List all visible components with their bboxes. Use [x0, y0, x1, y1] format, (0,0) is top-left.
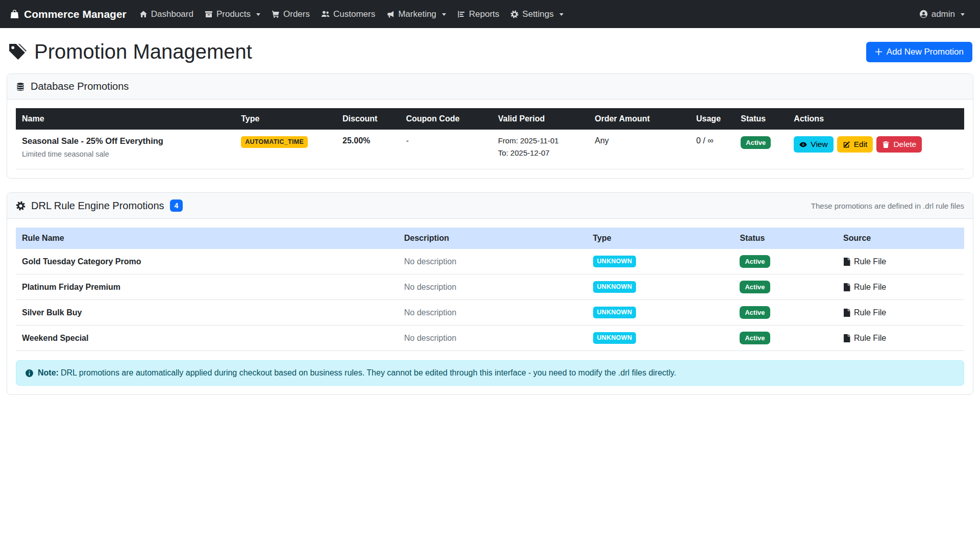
column-header: Coupon Code: [400, 108, 492, 130]
source-label: Rule File: [854, 283, 886, 292]
pencil-square-icon: [843, 141, 850, 148]
add-new-promotion-button[interactable]: Add New Promotion: [866, 42, 972, 62]
promotion-name: Seasonal Sale - 25% Off Everything: [22, 136, 229, 146]
database-promotions-table: Name Type Discount Coupon Code Valid Per…: [16, 108, 964, 169]
column-header: Actions: [788, 108, 964, 130]
delete-button[interactable]: Delete: [876, 136, 922, 153]
valid-to: To: 2025-12-07: [498, 148, 583, 157]
type-badge: UNKNOWN: [593, 307, 636, 318]
column-header: Discount: [336, 108, 400, 130]
column-header: Type: [587, 228, 734, 249]
user-menu[interactable]: admin: [914, 5, 970, 23]
rule-description: No description: [404, 334, 456, 342]
drl-promotions-header: DRL Rule Engine Promotions 4 These promo…: [7, 193, 973, 219]
column-header: Usage: [690, 108, 734, 130]
note-text: DRL promotions are automatically applied…: [61, 368, 676, 377]
shopping-bag-icon: [10, 9, 19, 19]
eye-icon: [799, 141, 807, 148]
home-icon: [139, 10, 148, 18]
column-header: Description: [398, 228, 587, 249]
promotion-description: Limited time seasonal sale: [22, 150, 229, 158]
drl-promotions-card: DRL Rule Engine Promotions 4 These promo…: [7, 192, 973, 395]
view-button[interactable]: View: [794, 136, 833, 153]
file-icon: [843, 309, 850, 317]
table-header-row: Name Type Discount Coupon Code Valid Per…: [16, 108, 964, 130]
note-label: Note:: [38, 368, 59, 377]
order-amount-value: Any: [595, 136, 609, 145]
table-header-row: Rule Name Description Type Status Source: [16, 228, 964, 249]
table-row: Platinum Friday Premium No description U…: [16, 274, 964, 300]
table-row: Seasonal Sale - 25% Off Everything Limit…: [16, 130, 964, 169]
person-circle-icon: [919, 10, 928, 18]
source-label: Rule File: [854, 257, 886, 266]
column-header: Valid Period: [492, 108, 589, 130]
rule-name: Platinum Friday Premium: [22, 283, 120, 291]
brand[interactable]: Commerce Manager: [10, 8, 127, 20]
plus-icon: [875, 48, 883, 56]
drl-note-alert: Note:DRL promotions are automatically ap…: [16, 360, 964, 386]
nav-item-products[interactable]: Products: [199, 5, 266, 23]
column-header: Rule Name: [16, 228, 398, 249]
info-circle-icon: [25, 369, 34, 378]
rule-name: Weekend Special: [22, 334, 88, 342]
status-badge: Active: [741, 136, 771, 149]
source-label: Rule File: [854, 334, 886, 343]
chevron-down-icon: [256, 13, 260, 16]
megaphone-icon: [386, 10, 395, 18]
nav-item-settings[interactable]: Settings: [505, 5, 569, 23]
source-label: Rule File: [854, 308, 886, 317]
drl-promotions-table: Rule Name Description Type Status Source…: [16, 228, 964, 351]
coupon-code-value: -: [406, 136, 408, 145]
edit-button[interactable]: Edit: [837, 136, 873, 153]
column-header: Order Amount: [589, 108, 690, 130]
column-header: Type: [235, 108, 336, 130]
tags-icon: [8, 42, 27, 61]
chevron-down-icon: [442, 13, 446, 16]
brand-label: Commerce Manager: [24, 8, 127, 20]
status-badge: Active: [740, 281, 770, 293]
table-row: Weekend Special No description UNKNOWN A…: [16, 325, 964, 351]
nav-item-reports[interactable]: Reports: [452, 5, 505, 23]
users-icon: [321, 10, 330, 18]
rule-name: Silver Bulk Buy: [22, 308, 82, 317]
type-badge: UNKNOWN: [593, 281, 636, 293]
page-title: Promotion Management: [8, 40, 252, 63]
column-header: Status: [733, 228, 837, 249]
nav-item-orders[interactable]: Orders: [266, 5, 315, 23]
nav-item-dashboard[interactable]: Dashboard: [134, 5, 199, 23]
nav-item-marketing[interactable]: Marketing: [381, 5, 452, 23]
type-badge: UNKNOWN: [593, 332, 636, 344]
status-badge: Active: [740, 332, 770, 344]
type-badge: UNKNOWN: [593, 256, 636, 267]
file-icon: [843, 334, 850, 342]
box-icon: [205, 10, 213, 18]
file-icon: [843, 283, 850, 291]
table-row: Gold Tuesday Category Promo No descripti…: [16, 249, 964, 274]
nav-item-customers[interactable]: Customers: [315, 5, 381, 23]
discount-value: 25.00%: [342, 136, 370, 145]
column-header: Name: [16, 108, 235, 130]
rule-description: No description: [404, 283, 456, 291]
file-icon: [843, 258, 850, 266]
cart-icon: [272, 10, 280, 18]
rule-description: No description: [404, 257, 456, 266]
chevron-down-icon: [961, 13, 965, 16]
status-badge: Active: [740, 306, 770, 319]
type-badge: AUTOMATIC_TIME: [241, 136, 308, 148]
rule-name: Gold Tuesday Category Promo: [22, 257, 141, 266]
gear-icon: [16, 201, 26, 211]
rule-description: No description: [404, 308, 456, 317]
count-badge: 4: [170, 199, 183, 212]
column-header: Status: [734, 108, 788, 130]
table-row: Silver Bulk Buy No description UNKNOWN A…: [16, 300, 964, 325]
database-promotions-header: Database Promotions: [7, 74, 973, 99]
bar-chart-icon: [457, 10, 465, 18]
database-icon: [16, 82, 25, 91]
main-content: Promotion Management Add New Promotion D…: [0, 40, 980, 395]
top-navbar: Commerce Manager Dashboard Products Orde…: [0, 0, 980, 28]
database-promotions-card: Database Promotions Name Type Discount C…: [7, 73, 973, 179]
drl-hint-text: These promotions are defined in .drl rul…: [811, 202, 964, 210]
valid-from: From: 2025-11-01: [498, 136, 583, 145]
gear-icon: [510, 10, 519, 18]
usage-value: 0 / ∞: [696, 136, 714, 145]
